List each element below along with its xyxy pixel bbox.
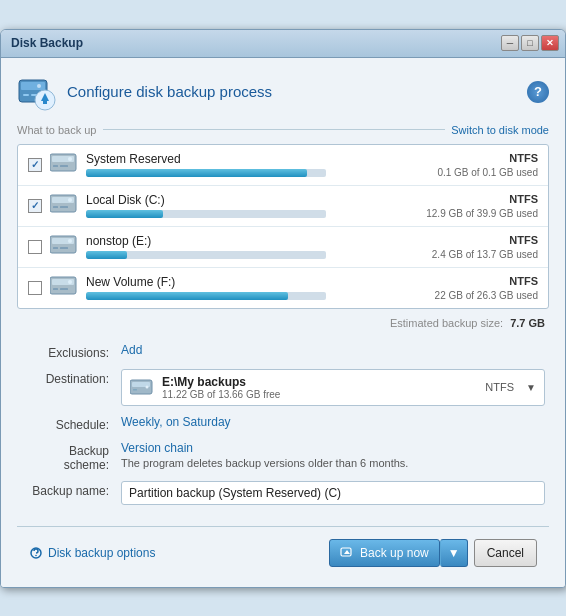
disk-list: System ReservedNTFS0.1 GB of 0.1 GB used… <box>17 144 549 309</box>
svg-rect-1 <box>21 82 45 90</box>
svg-point-10 <box>68 157 72 161</box>
what-to-back-up-label: What to back up Switch to disk mode <box>17 124 549 136</box>
svg-point-25 <box>68 280 72 284</box>
destination-dropdown-arrow: ▼ <box>526 382 536 393</box>
disk-used: 22 GB of 26.3 GB used <box>435 290 538 301</box>
disk-checkbox[interactable] <box>28 240 42 254</box>
destination-fs: NTFS <box>485 381 514 393</box>
schedule-label: Schedule: <box>21 415 121 432</box>
backup-scheme-label: Backup scheme: <box>21 441 121 472</box>
exclusions-add-link[interactable]: Add <box>121 343 545 357</box>
disk-progress-bar <box>86 210 326 218</box>
destination-selector[interactable]: E:\My backups 11.22 GB of 13.66 GB free … <box>121 369 545 406</box>
disk-progress-fill <box>86 251 127 259</box>
svg-rect-7 <box>43 101 47 104</box>
destination-info: E:\My backups 11.22 GB of 13.66 GB free <box>162 375 477 400</box>
options-icon <box>29 546 43 560</box>
disk-fs: NTFS <box>432 234 538 246</box>
disk-item: nonstop (E:)NTFS2.4 GB of 13.7 GB used <box>18 227 548 268</box>
disk-meta: NTFS2.4 GB of 13.7 GB used <box>432 234 538 260</box>
disk-icon-wrapper <box>50 275 78 300</box>
svg-point-15 <box>68 198 72 202</box>
backup-scheme-title[interactable]: Version chain <box>121 441 545 455</box>
disk-used: 0.1 GB of 0.1 GB used <box>437 167 538 178</box>
main-window: Disk Backup ─ □ ✕ <box>0 29 566 588</box>
svg-point-2 <box>37 84 41 88</box>
disk-drive-icon <box>50 193 78 215</box>
svg-rect-26 <box>53 288 58 290</box>
disk-drive-icon <box>50 234 78 256</box>
svg-point-33 <box>35 554 37 556</box>
schedule-value[interactable]: Weekly, on Saturday <box>121 415 545 429</box>
estimated-row: Estimated backup size: 7.7 GB <box>17 317 549 329</box>
header-row: Configure disk backup process ? <box>17 72 549 112</box>
title-bar: Disk Backup ─ □ ✕ <box>1 30 565 58</box>
disk-checkbox[interactable] <box>28 158 42 172</box>
svg-rect-12 <box>60 165 68 167</box>
back-up-now-label: Back up now <box>360 546 429 560</box>
window-title: Disk Backup <box>11 36 83 50</box>
header-left: Configure disk backup process <box>17 72 272 112</box>
disk-meta: NTFS12.9 GB of 39.9 GB used <box>426 193 538 219</box>
disk-checkbox[interactable] <box>28 281 42 295</box>
disk-item: Local Disk (C:)NTFS12.9 GB of 39.9 GB us… <box>18 186 548 227</box>
schedule-row: Schedule: Weekly, on Saturday <box>17 415 549 432</box>
backup-name-row: Backup name: <box>17 481 549 505</box>
backup-name-input[interactable] <box>121 481 545 505</box>
svg-rect-17 <box>60 206 68 208</box>
svg-rect-3 <box>23 94 29 96</box>
destination-sub: 11.22 GB of 13.66 GB free <box>162 389 477 400</box>
footer-divider <box>17 526 549 527</box>
destination-drive-icon <box>130 378 154 396</box>
svg-point-20 <box>68 239 72 243</box>
backup-scheme-row: Backup scheme: Version chain The program… <box>17 441 549 472</box>
disk-used: 2.4 GB of 13.7 GB used <box>432 249 538 260</box>
header-title: Configure disk backup process <box>67 83 272 100</box>
maximize-button[interactable]: □ <box>521 35 539 51</box>
disk-drive-icon <box>50 152 78 174</box>
disk-progress-fill <box>86 292 288 300</box>
disk-checkbox[interactable] <box>28 199 42 213</box>
disk-icon-wrapper <box>50 152 78 177</box>
back-up-now-button[interactable]: Back up now <box>329 539 440 567</box>
disk-meta: NTFS22 GB of 26.3 GB used <box>435 275 538 301</box>
section-label-text: What to back up <box>17 124 97 136</box>
disk-progress-bar <box>86 251 326 259</box>
disk-info: Local Disk (C:) <box>86 193 418 218</box>
back-up-now-dropdown-button[interactable]: ▼ <box>440 539 468 567</box>
back-up-now-split-button: Back up now ▼ <box>329 539 468 567</box>
disk-info: New Volume (F:) <box>86 275 427 300</box>
svg-rect-27 <box>60 288 68 290</box>
section-line <box>103 129 446 130</box>
backup-scheme-value: Version chain The program deletes backup… <box>121 441 545 469</box>
backup-name-label: Backup name: <box>21 481 121 498</box>
disk-item: New Volume (F:)NTFS22 GB of 26.3 GB used <box>18 268 548 308</box>
svg-rect-16 <box>53 206 58 208</box>
destination-row: Destination: E:\My backups 11.22 GB of 1… <box>17 369 549 406</box>
svg-rect-31 <box>133 389 137 391</box>
disk-progress-bar <box>86 292 326 300</box>
disk-progress-fill <box>86 210 163 218</box>
disk-icon-wrapper <box>50 234 78 259</box>
close-button[interactable]: ✕ <box>541 35 559 51</box>
destination-name: E:\My backups <box>162 375 477 389</box>
disk-progress-bar <box>86 169 326 177</box>
cancel-button[interactable]: Cancel <box>474 539 537 567</box>
estimated-value: 7.7 GB <box>510 317 545 329</box>
disk-meta: NTFS0.1 GB of 0.1 GB used <box>437 152 538 178</box>
form-section: Exclusions: Add Destination: E:\My backu… <box>17 339 549 518</box>
minimize-button[interactable]: ─ <box>501 35 519 51</box>
estimated-label: Estimated backup size: <box>390 317 503 329</box>
help-button[interactable]: ? <box>527 81 549 103</box>
destination-label: Destination: <box>21 369 121 386</box>
footer-buttons: Back up now ▼ Cancel <box>329 539 537 567</box>
disk-item: System ReservedNTFS0.1 GB of 0.1 GB used <box>18 145 548 186</box>
exclusions-row: Exclusions: Add <box>17 343 549 360</box>
disk-fs: NTFS <box>437 152 538 164</box>
switch-to-disk-mode-link[interactable]: Switch to disk mode <box>451 124 549 136</box>
svg-rect-22 <box>60 247 68 249</box>
disk-name: System Reserved <box>86 152 429 166</box>
disk-info: System Reserved <box>86 152 429 177</box>
disk-backup-options-link[interactable]: Disk backup options <box>29 546 155 560</box>
disk-used: 12.9 GB of 39.9 GB used <box>426 208 538 219</box>
